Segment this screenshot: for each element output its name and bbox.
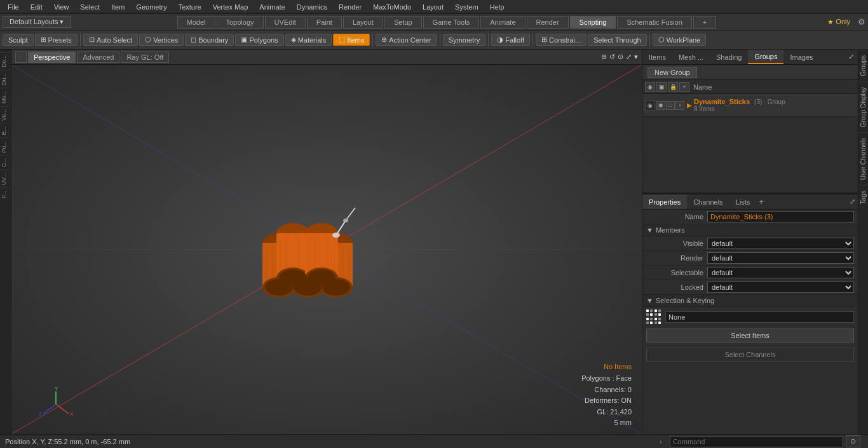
menu-vertexmap[interactable]: Vertex Map (208, 2, 254, 12)
tab-paint[interactable]: Paint (307, 16, 342, 29)
group-icon-3[interactable]: + (675, 101, 684, 110)
sidebar-item-c[interactable]: C... (0, 155, 11, 170)
locked-select-wrapper[interactable]: default (707, 282, 854, 293)
viewport[interactable]: · Perspective Advanced Ray GL: Off ⊕ ↺ ⊙… (11, 50, 642, 434)
action-center-button[interactable]: ⊕ Action Center (376, 34, 437, 46)
menu-geometry[interactable]: Geometry (131, 2, 172, 12)
viewport-move-icon[interactable]: ⊕ (601, 53, 607, 61)
viewport-zoom-icon[interactable]: ⊙ (618, 53, 623, 61)
visible-select[interactable]: default (707, 238, 854, 249)
menu-file[interactable]: File (3, 2, 24, 12)
constraints-button[interactable]: ⊞ Constrai... (536, 34, 587, 46)
viewport-fit-icon[interactable]: ⤢ (626, 53, 632, 61)
visible-select-wrapper[interactable]: default (707, 238, 854, 249)
items-button[interactable]: ⬚ Items (333, 34, 370, 46)
tab-animate[interactable]: Animate (480, 16, 525, 29)
menu-dynamics[interactable]: Dynamics (292, 2, 332, 12)
menu-help[interactable]: Help (485, 2, 510, 12)
members-section-header[interactable]: ▼ Members (642, 224, 858, 236)
menu-item[interactable]: Item (106, 2, 130, 12)
tab-uvedit[interactable]: UVEdit (265, 16, 306, 29)
vtab-tags[interactable]: Tags (858, 185, 868, 209)
tab-add[interactable]: + (693, 16, 716, 29)
sidebar-item-ve[interactable]: Ve... (0, 106, 11, 123)
select-items-button[interactable]: Select Items (646, 329, 854, 343)
workplane-button[interactable]: ⬡ WorkPlane (653, 34, 707, 46)
star-only-label[interactable]: ★ Only (822, 18, 855, 26)
tab-setup[interactable]: Setup (384, 16, 422, 29)
tab-items[interactable]: Items (642, 50, 672, 64)
viewport-menu-icon[interactable]: ▾ (634, 53, 638, 61)
tab-images[interactable]: Images (783, 50, 819, 64)
viewport-canvas[interactable]: X Y Z No Items Polygons : Face Channels:… (11, 65, 642, 434)
select-channels-button[interactable]: Select Channels (646, 348, 854, 362)
tab-mesh[interactable]: Mesh ... (672, 50, 710, 64)
command-input[interactable] (670, 436, 843, 447)
tab-gametools[interactable]: Game Tools (423, 16, 480, 29)
sculpt-button[interactable]: Sculpt (3, 34, 34, 46)
tab-topology[interactable]: Topology (217, 16, 264, 29)
locked-select[interactable]: default (707, 282, 854, 293)
list-icon-render[interactable]: ▣ (656, 82, 667, 92)
expand-icon[interactable]: ⤢ (844, 53, 858, 61)
tab-advanced[interactable]: Advanced (77, 51, 119, 63)
selection-keying-header[interactable]: ▼ Selection & Keying (642, 295, 858, 307)
sidebar-item-f[interactable]: F... (0, 187, 11, 201)
menu-system[interactable]: System (450, 2, 484, 12)
gear-icon[interactable]: ⚙ (855, 17, 868, 27)
sidebar-item-uv[interactable]: UV... (0, 170, 11, 187)
sidebar-item-po[interactable]: Po... (0, 138, 11, 156)
auto-select-button[interactable]: ⊡ Auto Select (83, 34, 138, 46)
menu-edit[interactable]: Edit (25, 2, 48, 12)
materials-button[interactable]: ◈ Materials (285, 34, 332, 46)
selectable-select[interactable]: default (707, 267, 854, 278)
menu-view[interactable]: View (49, 2, 74, 12)
list-icon-lock[interactable]: 🔒 (668, 82, 678, 92)
list-icon-plus[interactable]: + (679, 82, 689, 92)
tab-scripting[interactable]: Scripting (570, 16, 616, 29)
name-input[interactable] (707, 211, 854, 222)
menu-maxtomodo[interactable]: MaxToModo (368, 2, 416, 12)
tab-groups[interactable]: Groups (748, 50, 783, 64)
sidebar-item-e[interactable]: E... (0, 123, 11, 138)
tab-raygl[interactable]: Ray GL: Off (121, 51, 169, 63)
menu-layout[interactable]: Layout (417, 2, 449, 12)
menu-texture[interactable]: Texture (173, 2, 207, 12)
tab-perspective[interactable]: Perspective (28, 51, 76, 63)
vtab-groups[interactable]: Groups (858, 50, 868, 81)
tab-lists[interactable]: Lists (729, 194, 757, 209)
props-add-button[interactable]: + (759, 197, 764, 207)
sidebar-item-de[interactable]: De... (0, 52, 11, 70)
layout-dropdown[interactable]: Default Layouts ▾ (3, 16, 71, 28)
tab-properties[interactable]: Properties (642, 194, 687, 209)
selectable-select-wrapper[interactable]: default (707, 267, 854, 278)
sidebar-item-me[interactable]: Me... (0, 88, 11, 106)
vtab-user-channels[interactable]: User Channels (858, 132, 868, 185)
tab-schematic[interactable]: Schematic Fusion (617, 16, 691, 29)
group-list-item[interactable]: ◉ ▣ □ + ▶ Dynamite_Sticks (3) : Group 8 … (642, 94, 858, 117)
command-submit-button[interactable]: ⊙ (846, 435, 860, 447)
menu-select[interactable]: Select (75, 2, 105, 12)
render-select-wrapper[interactable]: default (707, 252, 854, 264)
list-icon-eye[interactable]: ◉ (645, 82, 655, 92)
symmetry-button[interactable]: Symmetry (443, 34, 486, 46)
presets-button[interactable]: ⊞ Presets (35, 34, 78, 46)
render-select[interactable]: default (707, 252, 854, 264)
tab-render[interactable]: Render (527, 16, 569, 29)
new-group-button[interactable]: New Group (648, 67, 697, 78)
viewport-toggle[interactable]: · (15, 51, 27, 63)
menu-render[interactable]: Render (334, 2, 367, 12)
polygons-button[interactable]: ▣ Polygons (235, 34, 283, 46)
boundary-button[interactable]: ◻ Boundary (185, 34, 234, 46)
tab-channels[interactable]: Channels (687, 194, 729, 209)
group-icon-2[interactable]: □ (666, 101, 675, 110)
group-icon-1[interactable]: ▣ (656, 101, 665, 110)
tab-shading[interactable]: Shading (710, 50, 748, 64)
falloff-button[interactable]: ◑ Falloff (491, 34, 530, 46)
props-expand-icon[interactable]: ⤢ (847, 198, 858, 206)
vtab-group-display[interactable]: Group Display (858, 81, 868, 132)
tab-model[interactable]: Model (177, 16, 215, 29)
menu-animate[interactable]: Animate (254, 2, 290, 12)
viewport-rotate-icon[interactable]: ↺ (609, 53, 615, 61)
tab-layout[interactable]: Layout (343, 16, 383, 29)
